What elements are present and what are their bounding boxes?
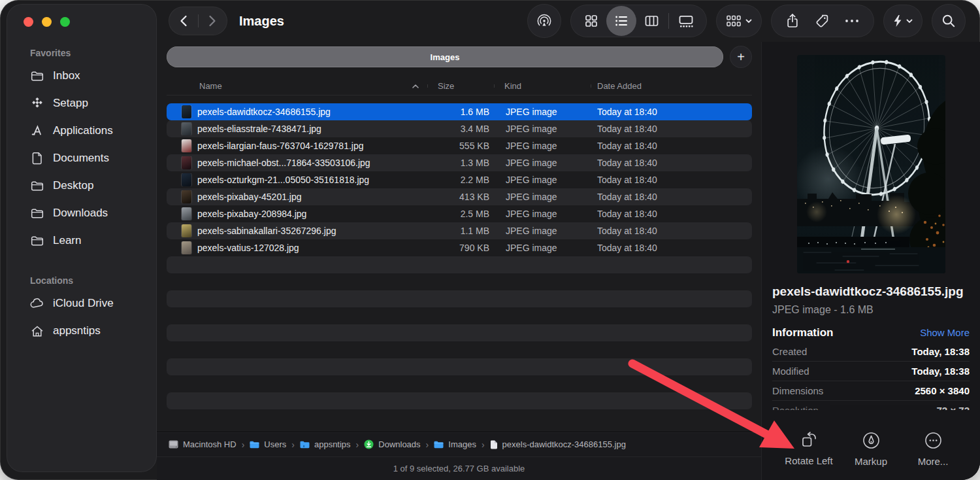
forward-button[interactable] [199, 7, 227, 35]
file-row[interactable]: pexels-pixabay-45201.jpg 413 KB JPEG ima… [167, 188, 752, 205]
file-row[interactable]: pexels-michael-obst...71864-33503106.jpg… [167, 154, 752, 171]
sidebar-item-label: appsntips [53, 324, 101, 337]
file-thumbnail [182, 105, 191, 118]
column-header-name[interactable]: Name [167, 81, 427, 91]
ferris-wheel-night-photo [797, 55, 945, 273]
sidebar-item-desktop[interactable]: Desktop [7, 172, 157, 199]
file-size: 1.3 MB [427, 158, 494, 168]
sort-ascending-icon [412, 84, 419, 88]
file-size: 790 KB [427, 243, 494, 253]
breadcrumb-item-images[interactable]: Images [434, 439, 476, 449]
file-date-added: Today at 18:40 [591, 226, 752, 236]
sidebar-section-favorites: Favorites [7, 48, 157, 58]
gallery-view-button[interactable] [671, 6, 701, 36]
file-size: 3.4 MB [427, 124, 494, 134]
status-text: 1 of 9 selected, 26.77 GB available [393, 464, 525, 473]
file-row[interactable]: pexels-vatius-127028.jpg 790 KB JPEG ima… [167, 239, 752, 256]
tab-images[interactable]: Images [167, 46, 723, 67]
column-header-size[interactable]: Size [427, 81, 494, 91]
sidebar-item-setapp[interactable]: Setapp [7, 90, 157, 117]
document-icon [30, 151, 44, 165]
file-browser: Images + Name Size Kind Date Added pexel… [157, 42, 761, 480]
app-store-icon [30, 124, 44, 138]
quick-action-bar: Rotate Left Markup More... [762, 424, 980, 480]
info-row-resolution: Resolution 72 × 72 [772, 401, 970, 410]
file-date-added: Today at 18:40 [591, 243, 752, 253]
file-row[interactable]: pexels-ozturkgm-21...05050-35161818.jpg … [167, 171, 752, 188]
quick-actions-button[interactable] [883, 5, 923, 37]
sidebar-item-label: iCloud Drive [53, 297, 114, 310]
empty-row [167, 273, 752, 290]
sidebar-item-appsntips[interactable]: appsntips [7, 317, 157, 345]
file-name: pexels-dawidtkocz-34686155.jpg [197, 107, 331, 117]
share-icon[interactable] [786, 13, 799, 29]
file-row[interactable]: pexels-dawidtkocz-34686155.jpg 1.6 MB JP… [167, 103, 752, 120]
empty-row [167, 392, 752, 409]
search-button[interactable] [932, 4, 966, 38]
more-toolbar-icon[interactable] [845, 19, 859, 23]
path-bar: Macintosh HD › Users › appsntips › Downl… [157, 432, 761, 456]
downloads-icon [364, 439, 374, 449]
column-header-date-added[interactable]: Date Added [591, 81, 752, 91]
sidebar-item-icloud-drive[interactable]: iCloud Drive [7, 290, 157, 317]
info-row-modified: Modified Today, 18:38 [772, 362, 970, 381]
show-more-link[interactable]: Show More [920, 327, 970, 338]
more-actions-button[interactable]: More... [904, 432, 962, 467]
markup-button[interactable]: Markup [842, 432, 900, 467]
airdrop-button[interactable] [527, 4, 561, 38]
sidebar-item-downloads[interactable]: Downloads [7, 199, 157, 227]
group-by-button[interactable] [716, 5, 762, 37]
window-title: Images [239, 14, 284, 29]
new-tab-button[interactable]: + [730, 46, 752, 68]
sidebar-item-label: Setapp [53, 97, 88, 110]
file-row[interactable]: pexels-sabinakallari-35267296.jpg 1.1 MB… [167, 222, 752, 239]
status-bar: 1 of 9 selected, 26.77 GB available [157, 456, 761, 480]
empty-row [167, 307, 752, 324]
file-date-added: Today at 18:40 [591, 124, 752, 134]
breadcrumb-item-file[interactable]: pexels-dawidtkocz-34686155.jpg [490, 439, 626, 449]
file-row[interactable]: pexels-eliasstrale-7438471.jpg 3.4 MB JP… [167, 120, 752, 137]
file-kind: JPEG image [494, 192, 591, 202]
hard-drive-icon [169, 440, 178, 449]
sidebar-item-learn[interactable]: Learn [7, 227, 157, 254]
breadcrumb-separator: › [426, 439, 429, 450]
breadcrumb-item-macintosh-hd[interactable]: Macintosh HD [169, 439, 237, 449]
file-date-added: Today at 18:40 [591, 192, 752, 202]
file-thumbnail [182, 156, 191, 169]
sidebar-item-documents[interactable]: Documents [7, 145, 157, 172]
file-date-added: Today at 18:40 [591, 141, 752, 151]
list-view-button[interactable] [606, 6, 636, 36]
tag-icon[interactable] [815, 14, 829, 28]
file-list: pexels-dawidtkocz-34686155.jpg 1.6 MB JP… [167, 103, 752, 409]
breadcrumb-item-users[interactable]: Users [250, 439, 286, 449]
close-window-button[interactable] [24, 17, 33, 27]
minimize-window-button[interactable] [42, 17, 52, 27]
column-view-button[interactable] [636, 6, 666, 36]
file-kind: JPEG image [494, 141, 591, 151]
file-size: 2.5 MB [427, 209, 494, 219]
info-row-created: Created Today, 18:38 [772, 342, 970, 362]
back-button[interactable] [169, 7, 198, 35]
column-header-kind[interactable]: Kind [494, 81, 591, 91]
sidebar: Favorites Inbox Setapp Applications Docu… [7, 4, 157, 472]
file-row[interactable]: pexels-pixabay-208984.jpg 2.5 MB JPEG im… [167, 205, 752, 222]
info-row-dimensions: Dimensions 2560 × 3840 [772, 381, 970, 401]
toolbar: Images [163, 0, 980, 42]
sidebar-item-inbox[interactable]: Inbox [7, 62, 157, 90]
folder-icon [30, 233, 44, 248]
icon-view-button[interactable] [576, 6, 606, 36]
file-date-added: Today at 18:40 [591, 209, 752, 219]
preview-image [797, 55, 945, 273]
file-size: 1.1 MB [427, 226, 494, 236]
file-name: pexels-pixabay-45201.jpg [197, 192, 302, 202]
breadcrumb-item-downloads[interactable]: Downloads [364, 439, 420, 449]
sidebar-item-applications[interactable]: Applications [7, 117, 157, 145]
zoom-window-button[interactable] [60, 17, 70, 27]
preview-file-meta: JPEG image - 1.6 MB [772, 304, 970, 316]
lightning-icon [893, 14, 902, 27]
breadcrumb-item-appsntips[interactable]: appsntips [300, 439, 351, 449]
preview-filename: pexels-dawidtkocz-34686155.jpg [772, 283, 970, 301]
file-row[interactable]: pexels-ilargian-faus-763704-1629781.jpg … [167, 137, 752, 154]
rotate-left-button[interactable]: Rotate Left [780, 432, 838, 466]
file-thumbnail [182, 190, 191, 203]
